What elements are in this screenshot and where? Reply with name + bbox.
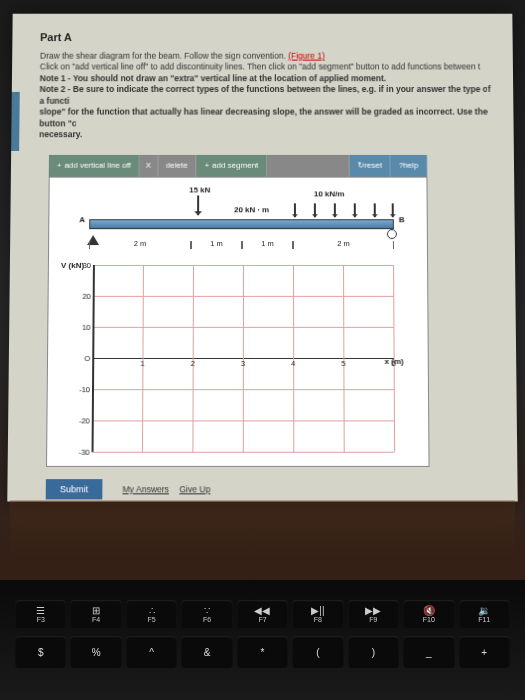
xtick: 3 bbox=[241, 359, 245, 368]
num-key[interactable]: & bbox=[181, 636, 232, 668]
instr-line4: necessary. bbox=[39, 130, 82, 140]
fn-key-F9[interactable]: ▶▶F9 bbox=[348, 600, 399, 628]
sidebar-tab[interactable] bbox=[11, 92, 20, 151]
num-key[interactable]: $ bbox=[15, 636, 66, 668]
drawing-canvas[interactable]: 15 kN 20 kN · m 10 kN/m A B 2 m 1 m 1 m … bbox=[46, 176, 430, 466]
fn-key-F4[interactable]: ⊞F4 bbox=[70, 600, 121, 628]
xtick: 4 bbox=[291, 359, 295, 368]
canvas-toolbar: +add vertical line off X delete +add seg… bbox=[49, 155, 428, 177]
ytick: -10 bbox=[76, 384, 90, 393]
ytick: 30 bbox=[77, 260, 91, 269]
ytick: O bbox=[76, 353, 90, 362]
reset-button[interactable]: ↻ reset bbox=[349, 155, 391, 177]
fn-key-F6[interactable]: ∵F6 bbox=[181, 600, 232, 628]
distributed-load-label: 10 kN/m bbox=[314, 189, 345, 198]
note2: Note 2 - Be sure to indicate the correct… bbox=[39, 85, 490, 106]
distributed-load-icon bbox=[294, 199, 394, 217]
toolbar-spacer bbox=[267, 155, 349, 177]
fn-key-F3[interactable]: ☰F3 bbox=[15, 600, 66, 628]
ytick: 20 bbox=[77, 291, 91, 300]
note1: Note 1 - You should not draw an "extra" … bbox=[40, 73, 387, 83]
delete-button[interactable]: delete bbox=[158, 155, 197, 177]
beam-diagram: 15 kN 20 kN · m 10 kN/m A B 2 m 1 m 1 m … bbox=[89, 185, 399, 254]
ytick: -30 bbox=[75, 447, 89, 456]
num-key[interactable]: ( bbox=[292, 636, 343, 668]
part-title: Part A bbox=[40, 31, 491, 43]
add-vertical-line-button[interactable]: +add vertical line off bbox=[49, 155, 140, 177]
moment-label: 20 kN · m bbox=[234, 205, 269, 214]
num-key[interactable]: + bbox=[459, 636, 510, 668]
num-key[interactable]: ^ bbox=[126, 636, 177, 668]
load-arrow-icon bbox=[197, 195, 199, 215]
roller-support-icon bbox=[387, 229, 397, 239]
fn-key-F10[interactable]: 🔇F10 bbox=[403, 600, 454, 628]
shear-plot[interactable]: V (kN) x (m) 30 20 10 O -10 -20 -30 1 2 … bbox=[59, 259, 412, 460]
instr-line2: Click on "add vertical line off" to add … bbox=[40, 62, 481, 72]
add-segment-button[interactable]: +add segment bbox=[197, 155, 268, 177]
close-button[interactable]: X bbox=[140, 155, 158, 177]
num-key[interactable]: ) bbox=[348, 636, 399, 668]
point-b: B bbox=[399, 215, 405, 224]
figure-link[interactable]: (Figure 1) bbox=[288, 51, 325, 61]
xtick: 6 bbox=[391, 359, 395, 368]
num-key[interactable]: _ bbox=[403, 636, 454, 668]
fn-key-F7[interactable]: ◀◀F7 bbox=[237, 600, 288, 628]
my-answers-link[interactable]: My Answers bbox=[123, 484, 169, 494]
instr-line3: slope" for the function that actually ha… bbox=[39, 107, 487, 128]
ytick: 10 bbox=[76, 322, 90, 331]
help-button[interactable]: ? help bbox=[391, 155, 428, 177]
plus-icon: + bbox=[57, 161, 62, 170]
ytick: -20 bbox=[76, 416, 90, 425]
fn-key-F11[interactable]: 🔉F11 bbox=[459, 600, 510, 628]
xtick: 1 bbox=[140, 359, 144, 368]
xtick: 5 bbox=[341, 359, 345, 368]
beam-icon bbox=[89, 219, 394, 229]
instr-line1: Draw the shear diagram for the beam. Fol… bbox=[40, 51, 288, 61]
plus-icon: + bbox=[205, 161, 210, 170]
num-key[interactable]: % bbox=[70, 636, 121, 668]
point-a: A bbox=[79, 215, 85, 224]
screen-reflection bbox=[10, 500, 515, 560]
reset-icon: ↻ bbox=[357, 161, 364, 170]
laptop-keyboard: ☰F3⊞F4∴F5∵F6◀◀F7▶||F8▶▶F9🔇F10🔉F11 $%^&*(… bbox=[0, 580, 525, 700]
instructions: Draw the shear diagram for the beam. Fol… bbox=[39, 51, 492, 141]
give-up-link[interactable]: Give Up bbox=[179, 484, 210, 494]
submit-button[interactable]: Submit bbox=[46, 479, 103, 499]
xtick: 2 bbox=[191, 359, 195, 368]
num-key[interactable]: * bbox=[237, 636, 288, 668]
fn-key-F5[interactable]: ∴F5 bbox=[126, 600, 177, 628]
fn-key-F8[interactable]: ▶||F8 bbox=[292, 600, 343, 628]
point-load-label: 15 kN bbox=[189, 185, 210, 194]
